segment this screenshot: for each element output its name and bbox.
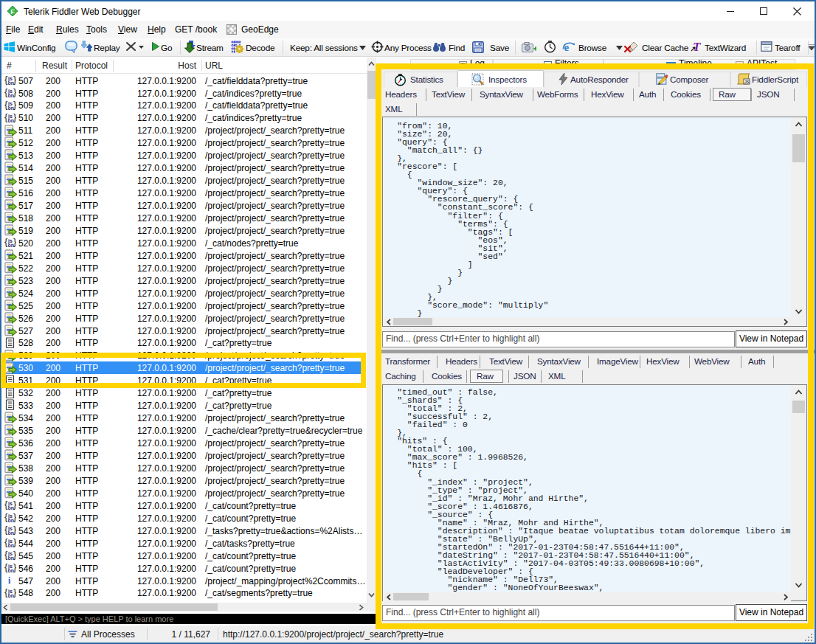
- svg-text:i: i: [8, 575, 11, 586]
- svg-text:on: on: [8, 530, 15, 536]
- svg-text:on: on: [8, 93, 15, 98]
- svg-text:on: on: [8, 80, 15, 86]
- svg-text:on: on: [8, 568, 15, 573]
- svg-text:on: on: [8, 505, 15, 510]
- svg-text:T: T: [693, 41, 701, 53]
- svg-text:on: on: [8, 105, 15, 111]
- svg-text:on: on: [8, 593, 15, 598]
- svg-text:on: on: [8, 118, 15, 123]
- svg-text:on: on: [8, 543, 15, 548]
- svg-text:on: on: [8, 243, 15, 248]
- svg-text:on: on: [8, 555, 15, 561]
- svg-text:F: F: [10, 8, 15, 15]
- svg-text:on: on: [8, 518, 15, 523]
